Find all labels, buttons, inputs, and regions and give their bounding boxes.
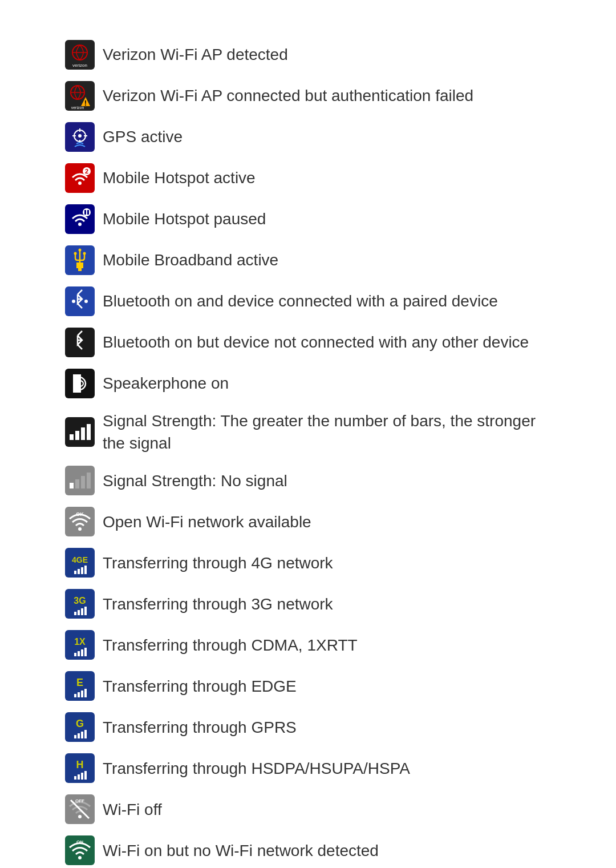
svg-rect-67	[74, 694, 76, 697]
svg-text:4GE: 4GE	[72, 555, 88, 564]
svg-rect-23	[84, 210, 86, 215]
icon-bt-connected	[57, 286, 103, 316]
label-verizon-wifi-auth: Verizon Wi-Fi AP connected but authentic…	[103, 84, 559, 107]
icon-transfer-edge: E	[57, 671, 103, 701]
verizon-globe-icon: verizon	[65, 40, 95, 70]
label-signal-strength: Signal Strength: The greater the number …	[103, 410, 559, 454]
icon-verizon-wifi-detected: verizon	[57, 40, 103, 70]
svg-rect-58	[84, 607, 87, 615]
broadband-icon	[65, 245, 95, 275]
svg-rect-76	[84, 730, 87, 738]
list-item: ETransferring through EDGE	[57, 665, 559, 706]
svg-text:OFF: OFF	[75, 798, 84, 804]
svg-rect-73	[74, 735, 76, 738]
list-item: verizonVerizon Wi-Fi AP detected	[57, 34, 559, 75]
list-item: 2Mobile Hotspot active	[57, 158, 559, 199]
svg-point-30	[72, 300, 75, 303]
svg-rect-81	[81, 773, 83, 780]
list-item: Signal Strength: No signal	[57, 460, 559, 501]
list-item: Bluetooth on but device not connected wi…	[57, 322, 559, 363]
svg-rect-57	[81, 608, 83, 615]
bt-connected-icon	[65, 286, 95, 316]
list-item: Mobile Broadband active	[57, 240, 559, 281]
label-transfer-edge: Transferring through EDGE	[103, 675, 559, 697]
svg-rect-79	[74, 776, 76, 780]
hspa-icon: H	[65, 753, 95, 783]
svg-rect-63	[81, 649, 83, 656]
svg-rect-61	[74, 653, 76, 656]
svg-point-26	[79, 249, 82, 252]
label-speakerphone: Speakerphone on	[103, 372, 559, 394]
label-bt-disconnected: Bluetooth on but device not connected wi…	[103, 331, 559, 353]
icon-transfer-gprs: G	[57, 712, 103, 742]
4g-icon: 4GE	[65, 548, 95, 578]
3g-icon: 3G	[65, 589, 95, 619]
label-broadband-active: Mobile Broadband active	[103, 249, 559, 271]
icon-wifi-off: OFF	[57, 794, 103, 824]
svg-text:verizon: verizon	[71, 106, 84, 110]
svg-rect-69	[81, 691, 83, 697]
svg-rect-40	[70, 483, 74, 488]
svg-text:OK: OK	[76, 511, 84, 517]
svg-point-28	[83, 252, 86, 255]
1x-icon: 1X	[65, 630, 95, 660]
label-transfer-4g: Transferring through 4G network	[103, 552, 559, 574]
svg-point-17	[78, 181, 82, 185]
svg-point-31	[84, 300, 88, 303]
icon-hotspot-active: 2	[57, 163, 103, 193]
svg-text:2: 2	[85, 168, 88, 175]
edge-icon: E	[65, 671, 95, 701]
label-wifi-open: Open Wi-Fi network available	[103, 511, 559, 533]
icon-speakerphone	[57, 369, 103, 398]
svg-text:verizon: verizon	[72, 63, 87, 68]
svg-text:1X: 1X	[74, 637, 86, 647]
icon-hotspot-paused	[57, 204, 103, 234]
icon-transfer-1x: 1X	[57, 630, 103, 660]
icon-transfer-4g: 4GE	[57, 548, 103, 578]
icon-transfer-hspa: H	[57, 753, 103, 783]
svg-point-27	[74, 252, 77, 255]
svg-text:ON: ON	[76, 839, 83, 845]
page-content: verizonVerizon Wi-Fi AP detected!verizon…	[0, 0, 616, 868]
svg-point-84	[78, 815, 82, 818]
svg-point-45	[78, 527, 82, 531]
icon-list: verizonVerizon Wi-Fi AP detected!verizon…	[57, 34, 559, 868]
gps-icon	[65, 122, 95, 152]
label-hotspot-paused: Mobile Hotspot paused	[103, 208, 559, 230]
hotspot-active-icon: 2	[65, 163, 95, 193]
label-wifi-on-no-network: Wi-Fi on but no Wi-Fi network detected	[103, 839, 559, 862]
icon-wifi-open: OK	[57, 507, 103, 536]
svg-rect-80	[78, 774, 80, 780]
label-transfer-hspa: Transferring through HSDPA/HSUPA/HSPA	[103, 757, 559, 780]
svg-rect-68	[78, 692, 80, 697]
svg-text:H: H	[76, 759, 84, 770]
icon-bt-disconnected	[57, 328, 103, 357]
svg-text:G: G	[76, 718, 84, 729]
svg-rect-62	[78, 651, 80, 656]
list-item: Signal Strength: The greater the number …	[57, 404, 559, 460]
list-item: GPS active	[57, 116, 559, 158]
list-item: HTransferring through HSDPA/HSUPA/HSPA	[57, 748, 559, 789]
speakerphone-icon	[65, 369, 95, 398]
icon-verizon-wifi-auth: !verizon	[57, 81, 103, 111]
svg-rect-51	[81, 567, 83, 574]
svg-rect-64	[84, 648, 87, 656]
svg-rect-70	[84, 689, 87, 697]
label-bt-connected: Bluetooth on and device connected with a…	[103, 290, 559, 312]
svg-rect-55	[74, 612, 76, 615]
label-signal-none: Signal Strength: No signal	[103, 470, 559, 492]
svg-rect-43	[87, 473, 91, 488]
svg-rect-41	[75, 479, 79, 488]
svg-point-87	[78, 856, 82, 859]
wifi-on-no-network-icon: ON	[65, 835, 95, 865]
svg-rect-52	[84, 566, 87, 574]
list-item: 4GETransferring through 4G network	[57, 542, 559, 583]
list-item: Mobile Hotspot paused	[57, 199, 559, 240]
label-verizon-wifi-detected: Verizon Wi-Fi AP detected	[103, 43, 559, 66]
list-item: 3GTransferring through 3G network	[57, 583, 559, 624]
label-wifi-off: Wi-Fi off	[103, 798, 559, 821]
label-hotspot-active: Mobile Hotspot active	[103, 167, 559, 189]
svg-text:!: !	[84, 99, 87, 107]
signal-none-icon	[65, 466, 95, 495]
list-item: OKOpen Wi-Fi network available	[57, 501, 559, 542]
